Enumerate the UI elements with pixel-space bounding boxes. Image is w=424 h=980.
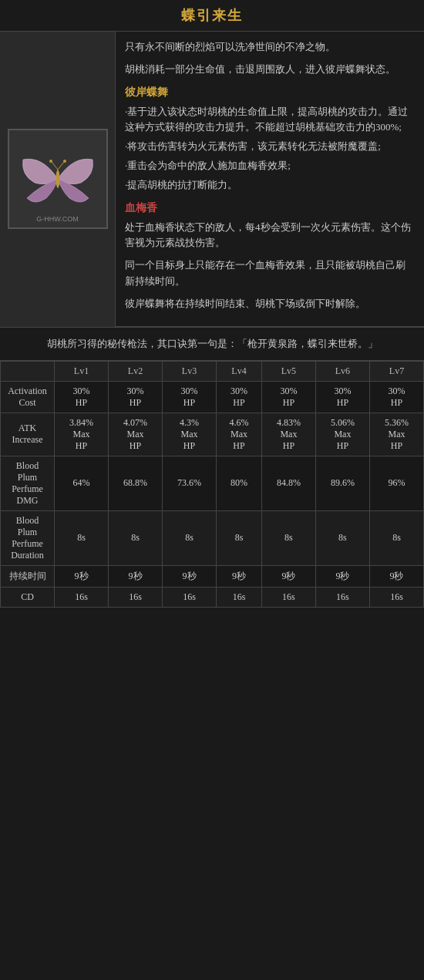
table-cell: 3.84% Max HP bbox=[55, 413, 109, 456]
table-cell: 64% bbox=[55, 456, 109, 510]
desc2: 胡桃消耗一部分生命值，击退周围敌人，进入彼岸蝶舞状态。 bbox=[125, 62, 415, 78]
table-cell: 4.07% Max HP bbox=[109, 413, 163, 456]
table-cell: 30% HP bbox=[315, 381, 369, 413]
section2-text3: 彼岸蝶舞将在持续时间结束、胡桃下场或倒下时解除。 bbox=[125, 296, 415, 312]
table-cell: 30% HP bbox=[217, 381, 262, 413]
col-header-lv3: Lv3 bbox=[163, 361, 217, 381]
table-row: 持续时间9秒9秒9秒9秒9秒9秒9秒 bbox=[1, 565, 424, 587]
table-cell: 16s bbox=[369, 587, 423, 607]
table-cell: 9秒 bbox=[217, 565, 262, 587]
table-cell: 9秒 bbox=[55, 565, 109, 587]
svg-point-4 bbox=[63, 160, 66, 163]
bullet3: ·重击会为命中的敌人施加血梅香效果; bbox=[125, 158, 415, 174]
col-header-label bbox=[1, 361, 55, 381]
skill-title: 蝶引来生 bbox=[181, 8, 243, 23]
footer-text: 胡桃所习得的秘传枪法，其口诀第一句是：「枪开黄泉路，蝶引来世桥。」 bbox=[0, 327, 424, 361]
table-cell: 16s bbox=[315, 587, 369, 607]
svg-line-3 bbox=[58, 162, 64, 170]
table-cell: 9秒 bbox=[315, 565, 369, 587]
image-column: G-HHW.COM bbox=[0, 32, 116, 327]
table-cell: 8s bbox=[217, 510, 262, 565]
col-header-lv7: Lv7 bbox=[369, 361, 423, 381]
row-label: Activation Cost bbox=[1, 381, 55, 413]
table-cell: 89.6% bbox=[315, 456, 369, 510]
section2-text2: 同一个目标身上只能存在一个血梅香效果，且只能被胡桃自己刷新持续时间。 bbox=[125, 258, 415, 290]
stats-table: Lv1 Lv2 Lv3 Lv4 Lv5 Lv6 Lv7 Activation C… bbox=[0, 361, 424, 608]
svg-line-1 bbox=[52, 162, 58, 170]
table-cell: 5.36% Max HP bbox=[369, 413, 423, 456]
title-bar: 蝶引来生 bbox=[0, 0, 424, 32]
text-column: 只有永不间断的烈焰可以洗净世间的不净之物。 胡桃消耗一部分生命值，击退周围敌人，… bbox=[116, 32, 424, 327]
table-cell: 30% HP bbox=[163, 381, 217, 413]
table-cell: 16s bbox=[109, 587, 163, 607]
table-cell: 68.8% bbox=[109, 456, 163, 510]
section2-text1: 处于血梅香状态下的敌人，每4秒会受到一次火元素伤害。这个伤害视为元素战技伤害。 bbox=[125, 220, 415, 252]
bullet4: ·提高胡桃的抗打断能力。 bbox=[125, 177, 415, 194]
col-header-lv1: Lv1 bbox=[55, 361, 109, 381]
table-cell: 8s bbox=[163, 510, 217, 565]
table-row: CD16s16s16s16s16s16s16s bbox=[1, 587, 424, 607]
table-cell: 16s bbox=[55, 587, 109, 607]
section2-title: 血梅香 bbox=[125, 201, 415, 215]
butterfly-icon bbox=[19, 148, 96, 210]
svg-point-0 bbox=[56, 170, 59, 188]
table-row: Activation Cost30% HP30% HP30% HP30% HP3… bbox=[1, 381, 424, 413]
table-cell: 4.3% Max HP bbox=[163, 413, 217, 456]
table-row: ATK Increase3.84% Max HP4.07% Max HP4.3%… bbox=[1, 413, 424, 456]
table-cell: 9秒 bbox=[109, 565, 163, 587]
table-cell: 8s bbox=[55, 510, 109, 565]
table-header-row: Lv1 Lv2 Lv3 Lv4 Lv5 Lv6 Lv7 bbox=[1, 361, 424, 381]
table-cell: 9秒 bbox=[261, 565, 315, 587]
table-cell: 8s bbox=[369, 510, 423, 565]
main-container: 蝶引来生 bbox=[0, 0, 424, 608]
table-cell: 8s bbox=[315, 510, 369, 565]
table-cell: 8s bbox=[261, 510, 315, 565]
row-label: ATK Increase bbox=[1, 413, 55, 456]
table-cell: 16s bbox=[163, 587, 217, 607]
row-label: 持续时间 bbox=[1, 565, 55, 587]
bullet2: ·将攻击伤害转为火元素伤害，该元素转化无法被附魔覆盖; bbox=[125, 139, 415, 155]
table-row: Blood Plum Perfume Duration8s8s8s8s8s8s8… bbox=[1, 510, 424, 565]
table-cell: 5.06% Max HP bbox=[315, 413, 369, 456]
table-cell: 30% HP bbox=[369, 381, 423, 413]
section1-title: 彼岸蝶舞 bbox=[125, 86, 415, 99]
table-cell: 4.83% Max HP bbox=[261, 413, 315, 456]
desc1: 只有永不间断的烈焰可以洗净世间的不净之物。 bbox=[125, 39, 415, 56]
table-cell: 96% bbox=[369, 456, 423, 510]
col-header-lv2: Lv2 bbox=[109, 361, 163, 381]
row-label: Blood Plum Perfume Duration bbox=[1, 510, 55, 565]
table-cell: 84.8% bbox=[261, 456, 315, 510]
table-cell: 4.6% Max HP bbox=[217, 413, 262, 456]
col-header-lv5: Lv5 bbox=[261, 361, 315, 381]
watermark-text: G-HHW.COM bbox=[36, 215, 79, 223]
row-label: Blood Plum Perfume DMG bbox=[1, 456, 55, 510]
section1-bullets: ·基于进入该状态时胡桃的生命值上限，提高胡桃的攻击力。通过这种方式获得的攻击力提… bbox=[125, 104, 415, 194]
col-header-lv6: Lv6 bbox=[315, 361, 369, 381]
col-header-lv4: Lv4 bbox=[217, 361, 262, 381]
table-cell: 9秒 bbox=[163, 565, 217, 587]
bullet1: ·基于进入该状态时胡桃的生命值上限，提高胡桃的攻击力。通过这种方式获得的攻击力提… bbox=[125, 104, 415, 136]
main-content: G-HHW.COM 只有永不间断的烈焰可以洗净世间的不净之物。 胡桃消耗一部分生… bbox=[0, 32, 424, 327]
table-cell: 30% HP bbox=[261, 381, 315, 413]
table-cell: 9秒 bbox=[369, 565, 423, 587]
table-cell: 16s bbox=[217, 587, 262, 607]
skill-icon: G-HHW.COM bbox=[8, 129, 108, 229]
row-label: CD bbox=[1, 587, 55, 607]
table-cell: 30% HP bbox=[109, 381, 163, 413]
table-cell: 73.6% bbox=[163, 456, 217, 510]
svg-point-2 bbox=[49, 160, 52, 163]
table-row: Blood Plum Perfume DMG64%68.8%73.6%80%84… bbox=[1, 456, 424, 510]
table-cell: 80% bbox=[217, 456, 262, 510]
table-cell: 8s bbox=[109, 510, 163, 565]
table-cell: 30% HP bbox=[55, 381, 109, 413]
table-cell: 16s bbox=[261, 587, 315, 607]
